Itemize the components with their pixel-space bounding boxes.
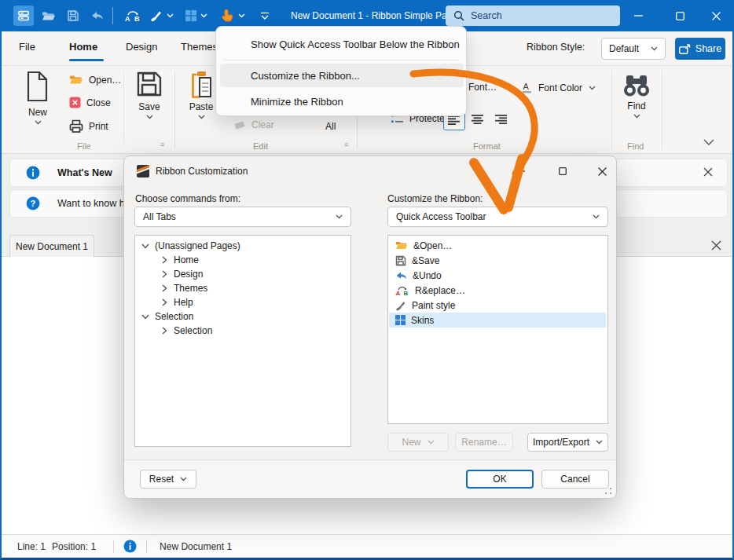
tree-item-label: Home <box>174 254 199 265</box>
print-button[interactable]: Print <box>69 119 108 133</box>
minimize-icon <box>634 15 643 16</box>
share-button[interactable]: Share <box>675 38 725 60</box>
file-dialog-launcher[interactable]: ≡ <box>160 141 164 148</box>
chevron-down-icon <box>633 114 640 119</box>
paint-style-quick-button[interactable] <box>146 4 178 27</box>
close-button[interactable] <box>698 0 734 31</box>
search-box[interactable] <box>446 5 620 26</box>
close-document-button[interactable] <box>711 240 721 254</box>
tree-item-home[interactable]: Home <box>160 253 199 267</box>
open-button[interactable]: Open… <box>69 74 121 86</box>
list-item-label: &Open… <box>413 240 452 251</box>
undo-quick-button[interactable] <box>86 4 108 27</box>
tab-design[interactable]: Design <box>126 41 157 53</box>
list-item-paint-style[interactable]: Paint style <box>389 298 606 313</box>
collapse-ribbon-button[interactable] <box>703 135 714 149</box>
status-position: Position: 1 <box>52 541 96 552</box>
search-input[interactable] <box>471 10 604 21</box>
tree-item-label: Themes <box>174 283 207 294</box>
save-button[interactable]: Save <box>130 71 168 119</box>
reset-label: Reset <box>149 474 174 485</box>
close-doc-button[interactable]: Close <box>69 97 111 108</box>
tab-themes[interactable]: Themes <box>181 41 218 53</box>
reset-button[interactable]: Reset <box>140 470 196 489</box>
new-document-icon <box>25 71 50 102</box>
chevron-collapsed-icon <box>160 270 168 278</box>
resize-grip[interactable] <box>605 488 612 495</box>
menu-item-customize-ribbon[interactable]: Customize the Ribbon... <box>220 64 464 87</box>
status-separator <box>146 540 147 553</box>
binoculars-icon <box>622 74 651 97</box>
font-color-button[interactable]: A Font Color <box>522 82 596 93</box>
open-quick-button[interactable] <box>38 4 60 27</box>
info-icon[interactable] <box>123 540 137 553</box>
font-color-label: Font Color <box>538 82 582 93</box>
find-button[interactable]: Find <box>616 74 657 119</box>
paste-button[interactable]: Paste <box>182 71 220 119</box>
edit-group-label: Edit <box>253 141 268 151</box>
edit-dialog-launcher[interactable]: ≡ <box>344 141 348 148</box>
chevron-down-icon <box>596 440 603 445</box>
tree-item-themes[interactable]: Themes <box>160 281 207 295</box>
save-icon <box>67 9 79 22</box>
status-line: Line: 1 <box>17 541 46 552</box>
import-export-button[interactable]: Import/Export <box>527 433 608 452</box>
ok-button[interactable]: OK <box>466 470 534 489</box>
list-item-skins[interactable]: Skins <box>389 313 606 328</box>
customize-target-dropdown[interactable]: Quick Access Toolbar <box>387 207 608 227</box>
save-quick-button[interactable] <box>62 4 84 27</box>
rename-button[interactable]: Rename… <box>455 433 513 452</box>
edit-all-item[interactable]: All <box>325 121 336 132</box>
status-document: New Document 1 <box>160 541 232 552</box>
new-page-button[interactable]: New <box>387 433 449 452</box>
list-item-undo[interactable]: &Undo <box>389 268 606 283</box>
maximize-icon <box>559 167 567 175</box>
tree-item-design[interactable]: Design <box>160 267 203 281</box>
tab-home[interactable]: Home <box>69 41 97 53</box>
replace-quick-button[interactable]: A B <box>121 4 145 27</box>
menu-item-minimize-ribbon[interactable]: Minimize the Ribbon <box>220 90 464 113</box>
qat-overflow-button[interactable] <box>255 4 275 27</box>
list-item-replace[interactable]: A B R&eplace… <box>389 283 606 298</box>
app-menu-button[interactable] <box>11 4 36 27</box>
svg-text:A: A <box>396 290 401 296</box>
close-doc-icon <box>69 97 81 108</box>
folder-open-icon <box>395 240 408 251</box>
align-right-button[interactable] <box>495 113 508 127</box>
tree-item-label: Selection <box>174 325 212 336</box>
active-tab-underline <box>69 59 104 61</box>
maximize-button[interactable] <box>662 0 698 31</box>
dialog-maximize-button[interactable] <box>547 163 578 180</box>
commands-source-dropdown[interactable]: All Tabs <box>134 207 351 227</box>
rename-label: Rename… <box>461 437 506 448</box>
save-label: Save <box>138 101 160 112</box>
tree-item-unassigned-pages[interactable]: (Unassigned Pages) <box>141 239 240 253</box>
tree-item-selection[interactable]: Selection <box>141 309 193 324</box>
list-item-label: Paint style <box>412 300 455 311</box>
qat-dropdown-button[interactable] <box>215 4 250 27</box>
document-tab[interactable]: New Document 1 <box>9 235 94 257</box>
hand-cursor-icon <box>221 9 234 23</box>
menu-item-show-qat-below[interactable]: Show Quick Access Toolbar Below the Ribb… <box>220 32 464 56</box>
tree-item-selection-child[interactable]: Selection <box>160 324 212 338</box>
tab-file[interactable]: File <box>19 41 35 53</box>
font-button[interactable]: Font… <box>468 82 497 93</box>
dialog-minimize-button[interactable] <box>505 163 537 180</box>
dismiss-whats-new-button[interactable] <box>703 166 713 180</box>
list-item-save[interactable]: &Save <box>389 253 606 268</box>
align-center-button[interactable] <box>472 113 484 127</box>
minimize-button[interactable] <box>620 0 656 31</box>
list-item-open[interactable]: &Open… <box>389 238 606 253</box>
cancel-button[interactable]: Cancel <box>541 470 609 489</box>
save-icon <box>136 71 163 97</box>
clear-button[interactable]: Clear <box>233 119 274 130</box>
ribbon-style-dropdown[interactable]: Default <box>601 38 666 60</box>
new-button[interactable]: New <box>19 71 57 125</box>
chevron-down-icon <box>180 477 187 481</box>
chevron-down-icon <box>146 115 153 119</box>
find-label: Find <box>627 101 645 112</box>
svg-text:A: A <box>125 15 130 22</box>
skins-quick-button[interactable] <box>181 4 212 27</box>
tree-item-help[interactable]: Help <box>160 295 193 309</box>
dialog-close-button[interactable] <box>586 163 618 180</box>
